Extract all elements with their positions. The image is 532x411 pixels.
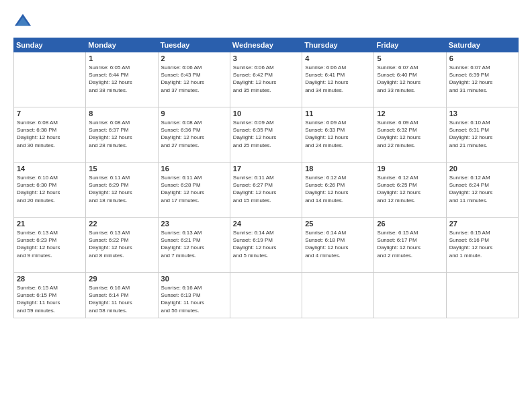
day-number: 23: [161, 220, 227, 228]
day-number: 8: [89, 109, 154, 118]
day-info: Sunrise: 6:13 AM Sunset: 6:21 PM Dayligh…: [161, 229, 227, 259]
day-info: Sunrise: 6:08 AM Sunset: 6:37 PM Dayligh…: [89, 119, 154, 149]
calendar-cell: 13Sunrise: 6:10 AM Sunset: 6:31 PM Dayli…: [446, 107, 518, 163]
day-info: Sunrise: 6:11 AM Sunset: 6:28 PM Dayligh…: [161, 174, 227, 204]
calendar-cell: 1Sunrise: 6:05 AM Sunset: 6:44 PM Daylig…: [86, 52, 158, 107]
day-info: Sunrise: 6:14 AM Sunset: 6:18 PM Dayligh…: [305, 229, 371, 259]
calendar-cell: [302, 273, 374, 318]
day-number: 6: [449, 54, 515, 62]
logo: [13, 12, 35, 31]
day-number: 29: [89, 275, 154, 283]
day-info: Sunrise: 6:15 AM Sunset: 6:16 PM Dayligh…: [449, 229, 515, 259]
week-row-5: 28Sunrise: 6:15 AM Sunset: 6:15 PM Dayli…: [14, 273, 519, 318]
calendar-cell: [14, 52, 86, 107]
calendar-cell: 10Sunrise: 6:09 AM Sunset: 6:35 PM Dayli…: [230, 107, 302, 163]
day-info: Sunrise: 6:11 AM Sunset: 6:27 PM Dayligh…: [233, 174, 299, 204]
calendar-cell: 26Sunrise: 6:15 AM Sunset: 6:17 PM Dayli…: [374, 218, 446, 273]
col-header-wednesday: Wednesday: [230, 38, 302, 52]
week-row-3: 14Sunrise: 6:10 AM Sunset: 6:30 PM Dayli…: [14, 163, 519, 218]
day-number: 17: [233, 165, 299, 173]
day-number: 15: [89, 165, 154, 173]
col-header-thursday: Thursday: [302, 38, 374, 52]
col-header-monday: Monday: [86, 38, 158, 52]
day-number: 25: [305, 220, 371, 228]
week-row-1: 1Sunrise: 6:05 AM Sunset: 6:44 PM Daylig…: [14, 52, 519, 107]
day-number: 30: [161, 275, 227, 283]
calendar-cell: 25Sunrise: 6:14 AM Sunset: 6:18 PM Dayli…: [302, 218, 374, 273]
col-header-friday: Friday: [374, 38, 446, 52]
day-number: 20: [449, 165, 515, 173]
week-row-4: 21Sunrise: 6:13 AM Sunset: 6:23 PM Dayli…: [14, 218, 519, 273]
day-number: 21: [17, 220, 83, 228]
calendar-cell: [374, 273, 446, 318]
day-info: Sunrise: 6:15 AM Sunset: 6:17 PM Dayligh…: [377, 229, 443, 259]
day-number: 1: [89, 54, 154, 62]
day-info: Sunrise: 6:12 AM Sunset: 6:26 PM Dayligh…: [305, 174, 371, 204]
day-info: Sunrise: 6:13 AM Sunset: 6:23 PM Dayligh…: [17, 229, 83, 259]
calendar-cell: 24Sunrise: 6:14 AM Sunset: 6:19 PM Dayli…: [230, 218, 302, 273]
day-info: Sunrise: 6:06 AM Sunset: 6:41 PM Dayligh…: [305, 64, 371, 94]
calendar-cell: 23Sunrise: 6:13 AM Sunset: 6:21 PM Dayli…: [158, 218, 230, 273]
calendar-cell: 7Sunrise: 6:08 AM Sunset: 6:38 PM Daylig…: [14, 107, 86, 163]
calendar-cell: 6Sunrise: 6:07 AM Sunset: 6:39 PM Daylig…: [446, 52, 518, 107]
calendar-cell: 27Sunrise: 6:15 AM Sunset: 6:16 PM Dayli…: [446, 218, 518, 273]
calendar-cell: [446, 273, 518, 318]
day-number: 13: [449, 109, 515, 118]
header-row: SundayMondayTuesdayWednesdayThursdayFrid…: [14, 38, 519, 52]
calendar-cell: 11Sunrise: 6:09 AM Sunset: 6:33 PM Dayli…: [302, 107, 374, 163]
day-number: 10: [233, 109, 299, 118]
day-info: Sunrise: 6:06 AM Sunset: 6:42 PM Dayligh…: [233, 64, 299, 94]
col-header-sunday: Sunday: [14, 38, 86, 52]
day-info: Sunrise: 6:12 AM Sunset: 6:24 PM Dayligh…: [449, 174, 515, 204]
day-number: 16: [161, 165, 227, 173]
day-info: Sunrise: 6:11 AM Sunset: 6:29 PM Dayligh…: [89, 174, 154, 204]
col-header-saturday: Saturday: [446, 38, 518, 52]
day-info: Sunrise: 6:16 AM Sunset: 6:13 PM Dayligh…: [161, 284, 227, 314]
day-number: 12: [377, 109, 443, 118]
day-info: Sunrise: 6:15 AM Sunset: 6:15 PM Dayligh…: [17, 284, 83, 314]
logo-icon: [13, 12, 32, 31]
day-number: 11: [305, 109, 371, 118]
day-info: Sunrise: 6:08 AM Sunset: 6:36 PM Dayligh…: [161, 119, 227, 149]
day-info: Sunrise: 6:10 AM Sunset: 6:30 PM Dayligh…: [17, 174, 83, 204]
day-number: 28: [17, 275, 83, 283]
day-info: Sunrise: 6:05 AM Sunset: 6:44 PM Dayligh…: [89, 64, 154, 94]
calendar-cell: 9Sunrise: 6:08 AM Sunset: 6:36 PM Daylig…: [158, 107, 230, 163]
day-number: 9: [161, 109, 227, 118]
day-number: 22: [89, 220, 154, 228]
calendar-cell: 8Sunrise: 6:08 AM Sunset: 6:37 PM Daylig…: [86, 107, 158, 163]
day-number: 27: [449, 220, 515, 228]
day-info: Sunrise: 6:14 AM Sunset: 6:19 PM Dayligh…: [233, 229, 299, 259]
week-row-2: 7Sunrise: 6:08 AM Sunset: 6:38 PM Daylig…: [14, 107, 519, 163]
day-number: 18: [305, 165, 371, 173]
calendar-cell: 29Sunrise: 6:16 AM Sunset: 6:14 PM Dayli…: [86, 273, 158, 318]
calendar-cell: 2Sunrise: 6:06 AM Sunset: 6:43 PM Daylig…: [158, 52, 230, 107]
col-header-tuesday: Tuesday: [158, 38, 230, 52]
day-info: Sunrise: 6:10 AM Sunset: 6:31 PM Dayligh…: [449, 119, 515, 149]
calendar-cell: 20Sunrise: 6:12 AM Sunset: 6:24 PM Dayli…: [446, 163, 518, 218]
calendar-table: SundayMondayTuesdayWednesdayThursdayFrid…: [13, 38, 519, 318]
day-number: 4: [305, 54, 371, 62]
day-info: Sunrise: 6:09 AM Sunset: 6:35 PM Dayligh…: [233, 119, 299, 149]
calendar-cell: 22Sunrise: 6:13 AM Sunset: 6:22 PM Dayli…: [86, 218, 158, 273]
calendar-cell: [230, 273, 302, 318]
day-info: Sunrise: 6:13 AM Sunset: 6:22 PM Dayligh…: [89, 229, 154, 259]
calendar-cell: 12Sunrise: 6:09 AM Sunset: 6:32 PM Dayli…: [374, 107, 446, 163]
calendar-cell: 16Sunrise: 6:11 AM Sunset: 6:28 PM Dayli…: [158, 163, 230, 218]
calendar-cell: 18Sunrise: 6:12 AM Sunset: 6:26 PM Dayli…: [302, 163, 374, 218]
calendar-cell: 30Sunrise: 6:16 AM Sunset: 6:13 PM Dayli…: [158, 273, 230, 318]
day-info: Sunrise: 6:06 AM Sunset: 6:43 PM Dayligh…: [161, 64, 227, 94]
calendar-cell: 28Sunrise: 6:15 AM Sunset: 6:15 PM Dayli…: [14, 273, 86, 318]
calendar-cell: 19Sunrise: 6:12 AM Sunset: 6:25 PM Dayli…: [374, 163, 446, 218]
day-info: Sunrise: 6:08 AM Sunset: 6:38 PM Dayligh…: [17, 119, 83, 149]
day-info: Sunrise: 6:16 AM Sunset: 6:14 PM Dayligh…: [89, 284, 154, 314]
day-number: 14: [17, 165, 83, 173]
day-info: Sunrise: 6:09 AM Sunset: 6:32 PM Dayligh…: [377, 119, 443, 149]
day-info: Sunrise: 6:09 AM Sunset: 6:33 PM Dayligh…: [305, 119, 371, 149]
calendar-cell: 14Sunrise: 6:10 AM Sunset: 6:30 PM Dayli…: [14, 163, 86, 218]
day-number: 2: [161, 54, 227, 62]
day-info: Sunrise: 6:07 AM Sunset: 6:39 PM Dayligh…: [449, 64, 515, 94]
header: [13, 12, 519, 31]
calendar-cell: 4Sunrise: 6:06 AM Sunset: 6:41 PM Daylig…: [302, 52, 374, 107]
day-info: Sunrise: 6:12 AM Sunset: 6:25 PM Dayligh…: [377, 174, 443, 204]
